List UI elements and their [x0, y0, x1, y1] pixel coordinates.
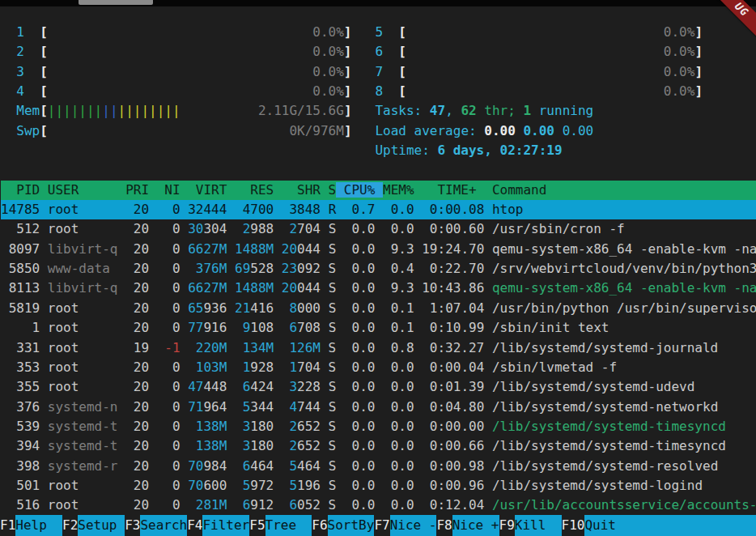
cpu-meter-4-value: 0.0%: [312, 83, 344, 99]
tab-remnant: [79, 0, 153, 5]
spacer-row: [1, 160, 756, 180]
tasks-summary: 1: [523, 103, 531, 118]
uptime-row: Uptime: 6 days, 02:27:19: [1, 141, 756, 160]
uptime: 6 days, 02:27:19: [437, 143, 562, 158]
process-row-501[interactable]: 501 root 20 0 70600 5972 5196 S 0.0 0.0 …: [1, 476, 756, 496]
fkey-f2-setup-button[interactable]: Setup: [78, 515, 125, 536]
sort-column-header[interactable]: CPU%: [336, 182, 383, 198]
cpu-meter-8-label: 8: [375, 83, 398, 99]
process-row-353[interactable]: 353 root 20 0 103M 1928 1704 S 0.0 0.0 0…: [1, 358, 756, 377]
memory-meter-blue-bars: ||: [102, 103, 117, 118]
table-header-columns: MEM% TIME+ Command: [383, 182, 546, 198]
memory-meter-yellow-bars: ||||||||: [118, 103, 181, 118]
fkey-bar-filler: [631, 515, 756, 536]
tasks-summary: 47: [430, 103, 445, 118]
cpu-meter-1-label: 1: [16, 24, 40, 40]
process-row-516[interactable]: 516 root 20 0 281M 6912 6052 S 0.0 0.0 0…: [1, 496, 756, 515]
cpu-meter-5-value: 0.0%: [664, 24, 695, 40]
fkey-f2-key[interactable]: F2: [62, 515, 78, 536]
table-header-columns: PID USER PRI NI VIRT RES SHR S: [1, 182, 336, 198]
fkey-f3-search-button[interactable]: Search: [140, 515, 187, 536]
terminal-content: 1 [ 0.0%] 5 [ 0.0%] 2 [ 0.0%] 6 [ 0.0%] …: [1, 23, 756, 516]
process-row-331[interactable]: 331 root 19 -1 220M 134M 126M S 0.0 0.8 …: [1, 338, 756, 358]
cpu-meter-2-label: 2: [16, 44, 40, 59]
window-top-strip: [0, 0, 756, 6]
tasks-summary: Tasks:: [375, 103, 429, 118]
cpu-meter-7-label: 7: [375, 64, 398, 79]
process-row-5850[interactable]: 5850 www-data 20 0 376M 69528 23092 S 0.…: [1, 259, 756, 279]
fkey-f1-key[interactable]: F1: [0, 515, 15, 536]
htop-terminal: UG 1 [ 0.0%] 5 [ 0.0%] 2 [ 0.0%] 6 [ 0.0…: [0, 0, 756, 536]
fkey-f7-key[interactable]: F7: [374, 515, 389, 536]
fkey-f8-nice-button[interactable]: Nice +: [452, 515, 499, 536]
cpu-meter-row-2: 2 [ 0.0%] 6 [ 0.0%]: [1, 42, 756, 62]
tasks-summary: running: [531, 103, 593, 118]
process-row-8113[interactable]: 8113 libvirt-q 20 0 6627M 1488M 20044 S …: [1, 279, 756, 298]
fkey-f7-nice-button[interactable]: Nice -: [390, 515, 437, 536]
process-table-header: PID USER PRI NI VIRT RES SHR S CPU% MEM%…: [1, 181, 756, 200]
fkey-f4-filter-button[interactable]: Filter: [202, 515, 249, 536]
cpu-meter-6-value: 0.0%: [664, 44, 695, 59]
cpu-meter-8-value: 0.0%: [664, 83, 695, 99]
memory-meter-value: 2.11G/15.6G: [258, 103, 344, 118]
fkey-f8-key[interactable]: F8: [436, 515, 452, 536]
tasks-summary: thr;: [477, 103, 524, 118]
fkey-f6-key[interactable]: F6: [312, 515, 327, 536]
process-row-539[interactable]: 539 systemd-t 20 0 138M 3180 2652 S 0.0 …: [1, 417, 756, 436]
memory-meter-row: Mem[||||||||||||||||| 2.11G/15.6G] Tasks…: [1, 101, 756, 121]
cpu-meter-row-3: 3 [ 0.0%] 7 [ 0.0%]: [1, 62, 756, 82]
load-average: 0.00: [523, 123, 562, 138]
fkey-f9-kill-button[interactable]: Kill: [515, 515, 562, 536]
fkey-f10-key[interactable]: F10: [562, 515, 585, 536]
swap-meter-label: Swp: [16, 123, 40, 138]
process-row-512[interactable]: 512 root 20 0 30304 2988 2704 S 0.0 0.0 …: [1, 219, 756, 239]
fkey-f10-quit-button[interactable]: Quit: [584, 515, 631, 536]
process-row-14785[interactable]: 14785 root 20 0 32444 4700 3848 R 0.7 0.…: [1, 200, 756, 219]
process-row-8097[interactable]: 8097 libvirt-q 20 0 6627M 1488M 20044 S …: [1, 240, 756, 259]
process-row-355[interactable]: 355 root 20 0 47448 6424 3228 S 0.0 0.0 …: [1, 377, 756, 397]
cpu-meter-row-1: 1 [ 0.0%] 5 [ 0.0%]: [1, 23, 756, 42]
process-row-1[interactable]: 1 root 20 0 77916 9108 6708 S 0.0 0.1 0:…: [1, 318, 756, 338]
cpu-meter-6-label: 6: [375, 44, 398, 59]
function-key-bar: F1Help F2Setup F3SearchF4FilterF5Tree F6…: [0, 515, 756, 536]
load-average: Load average:: [375, 123, 484, 138]
fkey-f9-key[interactable]: F9: [499, 515, 515, 536]
memory-meter-green-bars: |||||||: [48, 103, 102, 118]
fkey-f1-help-button[interactable]: Help: [15, 515, 62, 536]
cpu-meter-row-4: 4 [ 0.0%] 8 [ 0.0%]: [1, 82, 756, 101]
cpu-meter-4-label: 4: [16, 83, 40, 99]
load-average: 0.00: [484, 123, 523, 138]
memory-meter-label: Mem: [16, 103, 40, 118]
swap-meter-row: Swp[ 0K/976M] Load average: 0.00 0.00 0.…: [1, 121, 756, 141]
fkey-f3-key[interactable]: F3: [125, 515, 140, 536]
fkey-f5-tree-button[interactable]: Tree: [265, 515, 312, 536]
cpu-meter-3-value: 0.0%: [312, 64, 344, 79]
process-row-398[interactable]: 398 systemd-r 20 0 70984 6464 5464 S 0.0…: [1, 457, 756, 476]
cpu-meter-1-value: 0.0%: [312, 24, 344, 40]
cpu-meter-2-value: 0.0%: [312, 44, 344, 59]
tasks-summary: 62: [461, 103, 476, 118]
cpu-meter-3-label: 3: [16, 64, 40, 79]
fkey-f4-key[interactable]: F4: [187, 515, 202, 536]
fkey-f6-sortby-button[interactable]: SortBy: [328, 515, 375, 536]
swap-meter-value: 0K/976M: [289, 123, 343, 138]
process-row-376[interactable]: 376 systemd-n 20 0 71964 5344 4744 S 0.0…: [1, 398, 756, 417]
cpu-meter-7-value: 0.0%: [664, 64, 695, 79]
tasks-summary: ,: [445, 103, 461, 118]
cpu-meter-5-label: 5: [375, 24, 398, 40]
process-row-394[interactable]: 394 systemd-t 20 0 138M 3180 2652 S 0.0 …: [1, 436, 756, 456]
uptime: Uptime:: [375, 143, 437, 158]
process-row-5819[interactable]: 5819 root 20 0 65936 21416 8000 S 0.0 0.…: [1, 299, 756, 318]
fkey-f5-key[interactable]: F5: [249, 515, 265, 536]
load-average: 0.00: [563, 123, 594, 138]
